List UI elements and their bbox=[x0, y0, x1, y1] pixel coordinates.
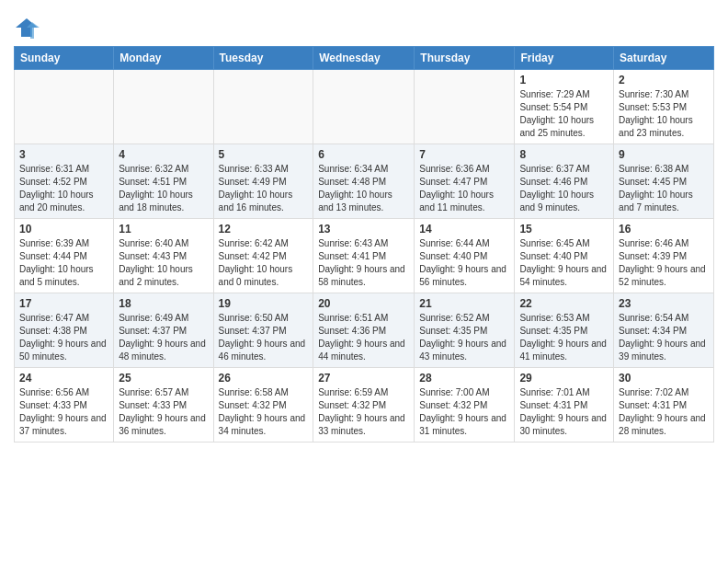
day-info: Sunrise: 6:50 AM Sunset: 4:37 PM Dayligh… bbox=[219, 312, 309, 363]
day-number: 17 bbox=[19, 297, 108, 310]
calendar-cell: 27Sunrise: 6:59 AM Sunset: 4:32 PM Dayli… bbox=[313, 368, 415, 442]
calendar-cell bbox=[114, 70, 213, 144]
day-info: Sunrise: 6:47 AM Sunset: 4:38 PM Dayligh… bbox=[19, 312, 108, 363]
day-number: 24 bbox=[19, 372, 108, 385]
calendar-cell: 28Sunrise: 7:00 AM Sunset: 4:32 PM Dayli… bbox=[415, 368, 515, 442]
weekday-header-sunday: Sunday bbox=[15, 47, 114, 70]
calendar-cell: 16Sunrise: 6:46 AM Sunset: 4:39 PM Dayli… bbox=[614, 219, 714, 293]
calendar-cell: 24Sunrise: 6:56 AM Sunset: 4:33 PM Dayli… bbox=[15, 368, 114, 442]
day-info: Sunrise: 6:42 AM Sunset: 4:42 PM Dayligh… bbox=[219, 237, 309, 289]
calendar-cell: 30Sunrise: 7:02 AM Sunset: 4:31 PM Dayli… bbox=[614, 368, 714, 442]
day-number: 8 bbox=[519, 148, 609, 161]
day-info: Sunrise: 6:58 AM Sunset: 4:32 PM Dayligh… bbox=[219, 386, 309, 438]
calendar-cell bbox=[313, 70, 415, 144]
calendar-cell: 9Sunrise: 6:38 AM Sunset: 4:45 PM Daylig… bbox=[614, 144, 714, 219]
calendar-table: SundayMondayTuesdayWednesdayThursdayFrid… bbox=[14, 46, 714, 442]
day-info: Sunrise: 6:57 AM Sunset: 4:33 PM Dayligh… bbox=[119, 386, 208, 438]
day-info: Sunrise: 6:45 AM Sunset: 4:40 PM Dayligh… bbox=[519, 237, 609, 289]
calendar-week-5: 24Sunrise: 6:56 AM Sunset: 4:33 PM Dayli… bbox=[15, 368, 714, 442]
calendar-cell: 2Sunrise: 7:30 AM Sunset: 5:53 PM Daylig… bbox=[614, 70, 714, 144]
day-info: Sunrise: 6:51 AM Sunset: 4:36 PM Dayligh… bbox=[318, 312, 409, 363]
day-number: 18 bbox=[119, 297, 208, 310]
calendar-cell: 4Sunrise: 6:32 AM Sunset: 4:51 PM Daylig… bbox=[114, 144, 213, 219]
calendar-cell: 7Sunrise: 6:36 AM Sunset: 4:47 PM Daylig… bbox=[415, 144, 515, 219]
calendar-cell: 29Sunrise: 7:01 AM Sunset: 4:31 PM Dayli… bbox=[515, 368, 614, 442]
day-info: Sunrise: 6:34 AM Sunset: 4:48 PM Dayligh… bbox=[318, 163, 409, 214]
day-info: Sunrise: 7:29 AM Sunset: 5:54 PM Dayligh… bbox=[519, 88, 609, 140]
calendar-cell: 14Sunrise: 6:44 AM Sunset: 4:40 PM Dayli… bbox=[415, 219, 515, 293]
day-number: 12 bbox=[219, 223, 309, 236]
day-number: 26 bbox=[219, 372, 309, 385]
day-number: 6 bbox=[318, 148, 409, 161]
day-info: Sunrise: 6:49 AM Sunset: 4:37 PM Dayligh… bbox=[119, 312, 208, 363]
day-number: 14 bbox=[419, 223, 509, 236]
weekday-header-saturday: Saturday bbox=[614, 47, 714, 70]
calendar-cell: 20Sunrise: 6:51 AM Sunset: 4:36 PM Dayli… bbox=[313, 293, 415, 368]
calendar-week-2: 3Sunrise: 6:31 AM Sunset: 4:52 PM Daylig… bbox=[15, 144, 714, 219]
calendar-cell: 3Sunrise: 6:31 AM Sunset: 4:52 PM Daylig… bbox=[15, 144, 114, 219]
weekday-header-wednesday: Wednesday bbox=[313, 47, 415, 70]
day-number: 10 bbox=[19, 223, 108, 236]
day-info: Sunrise: 6:53 AM Sunset: 4:35 PM Dayligh… bbox=[519, 312, 609, 363]
day-info: Sunrise: 6:33 AM Sunset: 4:49 PM Dayligh… bbox=[219, 163, 309, 214]
calendar-cell bbox=[15, 70, 114, 144]
calendar-week-1: 1Sunrise: 7:29 AM Sunset: 5:54 PM Daylig… bbox=[15, 70, 714, 144]
day-number: 4 bbox=[119, 148, 208, 161]
day-info: Sunrise: 7:01 AM Sunset: 4:31 PM Dayligh… bbox=[519, 386, 609, 438]
day-info: Sunrise: 6:38 AM Sunset: 4:45 PM Dayligh… bbox=[619, 163, 709, 214]
calendar-cell: 17Sunrise: 6:47 AM Sunset: 4:38 PM Dayli… bbox=[15, 293, 114, 368]
day-number: 28 bbox=[419, 372, 509, 385]
calendar-cell: 5Sunrise: 6:33 AM Sunset: 4:49 PM Daylig… bbox=[213, 144, 313, 219]
day-info: Sunrise: 6:44 AM Sunset: 4:40 PM Dayligh… bbox=[419, 237, 509, 289]
calendar-week-4: 17Sunrise: 6:47 AM Sunset: 4:38 PM Dayli… bbox=[15, 293, 714, 368]
calendar-week-3: 10Sunrise: 6:39 AM Sunset: 4:44 PM Dayli… bbox=[15, 219, 714, 293]
logo bbox=[14, 15, 43, 40]
weekday-header-row: SundayMondayTuesdayWednesdayThursdayFrid… bbox=[15, 47, 714, 70]
day-number: 5 bbox=[219, 148, 309, 161]
calendar-cell: 21Sunrise: 6:52 AM Sunset: 4:35 PM Dayli… bbox=[415, 293, 515, 368]
calendar-cell: 12Sunrise: 6:42 AM Sunset: 4:42 PM Dayli… bbox=[213, 219, 313, 293]
calendar-cell: 1Sunrise: 7:29 AM Sunset: 5:54 PM Daylig… bbox=[515, 70, 614, 144]
calendar-cell: 15Sunrise: 6:45 AM Sunset: 4:40 PM Dayli… bbox=[515, 219, 614, 293]
day-number: 1 bbox=[519, 74, 609, 86]
day-number: 9 bbox=[619, 148, 709, 161]
day-info: Sunrise: 7:02 AM Sunset: 4:31 PM Dayligh… bbox=[619, 386, 709, 438]
day-number: 16 bbox=[619, 223, 709, 236]
day-number: 21 bbox=[419, 297, 509, 310]
page-header bbox=[14, 9, 714, 40]
day-number: 27 bbox=[318, 372, 409, 385]
day-number: 11 bbox=[119, 223, 208, 236]
day-info: Sunrise: 7:30 AM Sunset: 5:53 PM Dayligh… bbox=[619, 88, 709, 140]
calendar-cell: 25Sunrise: 6:57 AM Sunset: 4:33 PM Dayli… bbox=[114, 368, 213, 442]
day-number: 7 bbox=[419, 148, 509, 161]
day-number: 22 bbox=[519, 297, 609, 310]
day-info: Sunrise: 6:56 AM Sunset: 4:33 PM Dayligh… bbox=[19, 386, 108, 438]
day-number: 2 bbox=[619, 74, 709, 86]
weekday-header-tuesday: Tuesday bbox=[213, 47, 313, 70]
day-info: Sunrise: 6:52 AM Sunset: 4:35 PM Dayligh… bbox=[419, 312, 509, 363]
day-number: 25 bbox=[119, 372, 208, 385]
day-info: Sunrise: 7:00 AM Sunset: 4:32 PM Dayligh… bbox=[419, 386, 509, 438]
weekday-header-friday: Friday bbox=[515, 47, 614, 70]
day-info: Sunrise: 6:54 AM Sunset: 4:34 PM Dayligh… bbox=[619, 312, 709, 363]
calendar-cell: 19Sunrise: 6:50 AM Sunset: 4:37 PM Dayli… bbox=[213, 293, 313, 368]
day-number: 30 bbox=[619, 372, 709, 385]
weekday-header-monday: Monday bbox=[114, 47, 213, 70]
day-info: Sunrise: 6:46 AM Sunset: 4:39 PM Dayligh… bbox=[619, 237, 709, 289]
calendar-cell: 11Sunrise: 6:40 AM Sunset: 4:43 PM Dayli… bbox=[114, 219, 213, 293]
calendar-cell bbox=[213, 70, 313, 144]
weekday-header-thursday: Thursday bbox=[415, 47, 515, 70]
calendar-cell: 22Sunrise: 6:53 AM Sunset: 4:35 PM Dayli… bbox=[515, 293, 614, 368]
day-info: Sunrise: 6:37 AM Sunset: 4:46 PM Dayligh… bbox=[519, 163, 609, 214]
day-info: Sunrise: 6:36 AM Sunset: 4:47 PM Dayligh… bbox=[419, 163, 509, 214]
calendar-cell bbox=[415, 70, 515, 144]
day-number: 19 bbox=[219, 297, 309, 310]
calendar-cell: 23Sunrise: 6:54 AM Sunset: 4:34 PM Dayli… bbox=[614, 293, 714, 368]
calendar-cell: 8Sunrise: 6:37 AM Sunset: 4:46 PM Daylig… bbox=[515, 144, 614, 219]
calendar-cell: 26Sunrise: 6:58 AM Sunset: 4:32 PM Dayli… bbox=[213, 368, 313, 442]
day-info: Sunrise: 6:59 AM Sunset: 4:32 PM Dayligh… bbox=[318, 386, 409, 438]
day-info: Sunrise: 6:31 AM Sunset: 4:52 PM Dayligh… bbox=[19, 163, 108, 214]
day-info: Sunrise: 6:43 AM Sunset: 4:41 PM Dayligh… bbox=[318, 237, 409, 289]
day-info: Sunrise: 6:40 AM Sunset: 4:43 PM Dayligh… bbox=[119, 237, 208, 289]
day-number: 3 bbox=[19, 148, 108, 161]
